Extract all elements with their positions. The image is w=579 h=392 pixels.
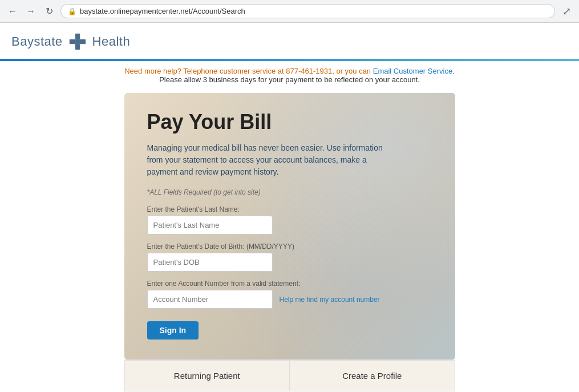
reload-button[interactable]: ↻ — [42, 5, 56, 18]
help-text: Need more help? Telephone customer servi… — [124, 67, 371, 75]
card-title: Pay Your Bill — [147, 110, 432, 134]
browser-chrome: ← → ↻ 🔒 baystate.onlinepaymentcenter.net… — [0, 0, 579, 23]
form-card: Pay Your Bill Managing your medical bill… — [124, 93, 455, 359]
find-account-number-link[interactable]: Help me find my account number — [280, 296, 380, 304]
account-number-group: Enter one Account Number from a valid st… — [147, 280, 432, 309]
bottom-tabs: Returning Patient Create a Profile — [124, 359, 455, 391]
email-customer-service-link[interactable]: Email Customer Service — [373, 67, 452, 75]
dob-label: Enter the Patient's Date of Birth: (MM/D… — [147, 243, 432, 250]
last-name-label: Enter the Patient's Last Name: — [147, 205, 432, 213]
logo-icon — [67, 31, 88, 52]
logo-text-after: Health — [92, 34, 131, 49]
card-description: Managing your medical bill has never bee… — [147, 142, 387, 178]
sign-in-button[interactable]: Sign In — [147, 321, 199, 340]
account-number-input[interactable] — [147, 290, 273, 309]
site-header: Baystate Health — [0, 23, 579, 52]
address-bar[interactable]: 🔒 baystate.onlinepaymentcenter.net/Accou… — [60, 4, 555, 18]
last-name-group: Enter the Patient's Last Name: — [147, 205, 432, 235]
logo-area: Baystate Health — [11, 31, 130, 52]
tab-returning-patient[interactable]: Returning Patient — [124, 360, 290, 391]
url-text: baystate.onlinepaymentcenter.net/Account… — [80, 7, 245, 15]
svg-rect-1 — [70, 39, 86, 44]
back-button[interactable]: ← — [6, 5, 19, 18]
dob-input[interactable] — [147, 253, 273, 272]
lock-icon: 🔒 — [68, 7, 76, 15]
last-name-input[interactable] — [147, 216, 273, 235]
form-card-content: Pay Your Bill Managing your medical bill… — [147, 110, 432, 340]
dob-group: Enter the Patient's Date of Birth: (MM/D… — [147, 243, 432, 272]
processing-note: Please allow 3 business days for your pa… — [11, 75, 568, 84]
info-bar: Need more help? Telephone customer servi… — [0, 61, 579, 87]
page-wrapper: Baystate Health Need more help? Telephon… — [0, 23, 579, 392]
main-content: Pay Your Bill Managing your medical bill… — [0, 87, 579, 391]
browser-menu-button[interactable]: ⤢ — [560, 5, 573, 18]
account-number-row: Help me find my account number — [147, 290, 432, 309]
logo-text-before: Baystate — [11, 34, 63, 49]
forward-button[interactable]: → — [24, 5, 38, 18]
tab-create-profile[interactable]: Create a Profile — [289, 360, 455, 391]
account-number-label: Enter one Account Number from a valid st… — [147, 280, 432, 288]
required-note: *ALL Fields Required (to get into site) — [147, 188, 432, 196]
